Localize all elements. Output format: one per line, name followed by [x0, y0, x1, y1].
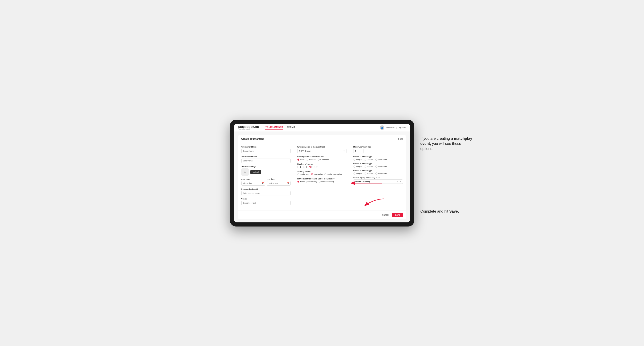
- arrow-save: [364, 197, 384, 207]
- scoring-field: Scoring system Stroke Play Match Play: [297, 171, 346, 175]
- gender-mens-label: Mens: [300, 159, 304, 161]
- host-field: Tournament Host: [241, 146, 290, 153]
- form-footer: Cancel Save: [238, 210, 406, 219]
- round3-foursomes[interactable]: Foursomes: [376, 173, 387, 174]
- form-col-2: Which division is the event for? NCAA Di…: [294, 143, 350, 210]
- gender-option-womens[interactable]: Womens: [306, 159, 316, 161]
- date-field: Start date 📅 End date: [241, 178, 290, 185]
- sponsor-field: Sponsor (optional): [241, 188, 290, 195]
- api-clear-icon[interactable]: ✕: [397, 180, 398, 183]
- username: Test User: [386, 127, 395, 129]
- round1-fourball[interactable]: Fourball: [364, 159, 374, 161]
- tab-tournaments[interactable]: TOURNAMENTS: [265, 126, 283, 130]
- round1-singles[interactable]: Singles: [353, 159, 362, 161]
- round2-fourball[interactable]: Fourball: [364, 166, 374, 168]
- cancel-button[interactable]: Cancel: [380, 213, 390, 217]
- main-content: Create Tournament ← Back Tournament Host: [234, 132, 410, 222]
- rounds-group: 1 2 3: [297, 166, 346, 168]
- annotation-right-text1: If you are creating a: [420, 137, 454, 141]
- scoring-medal[interactable]: Medal Match Play: [324, 173, 342, 175]
- radio-r3-fourball: [364, 173, 366, 174]
- round2-label: Round 2 - Match Type: [353, 163, 403, 165]
- upload-button[interactable]: Upload: [250, 170, 261, 174]
- tab-teams[interactable]: TEAMS: [287, 126, 295, 130]
- round-option-2[interactable]: 2: [303, 166, 307, 168]
- form-header: Create Tournament ← Back: [238, 135, 406, 143]
- annotation-bottom: Complete and hit Save.: [420, 209, 474, 214]
- division-select[interactable]: NCAA Division I: [297, 149, 346, 153]
- scoring-stroke-label: Stroke Play: [300, 173, 310, 175]
- gender-option-combined[interactable]: Combined: [318, 159, 329, 161]
- scoring-radio-group: Stroke Play Match Play Medal Match Play: [297, 173, 346, 175]
- round2-options: Singles Fourball Foursomes: [353, 166, 403, 168]
- name-input[interactable]: [241, 159, 290, 163]
- radio-r2-singles: [353, 166, 355, 168]
- chevron-down-icon[interactable]: ▾: [400, 181, 401, 183]
- end-date-label: End date: [267, 178, 290, 180]
- back-link[interactable]: ← Back: [396, 138, 403, 140]
- max-team-input[interactable]: [353, 149, 364, 153]
- arrow-matchplay: [350, 177, 383, 189]
- scoring-medal-label: Medal Match Play: [327, 173, 342, 175]
- round-option-1[interactable]: 1: [297, 166, 301, 168]
- save-button[interactable]: Save: [392, 213, 403, 217]
- gender-option-mens[interactable]: Mens: [297, 159, 304, 161]
- name-label: Tournament name: [241, 156, 290, 158]
- annotation-bottom-bold: Save.: [449, 209, 459, 213]
- calendar-icon: 📅: [262, 182, 264, 184]
- max-team-field: Maximum Team Size: [353, 146, 403, 153]
- radio-stroke: [297, 173, 299, 175]
- sponsor-input[interactable]: [241, 191, 290, 195]
- start-date-wrap: 📅: [241, 181, 265, 185]
- round3-label: Round 3 - Match Type: [353, 170, 403, 172]
- header-left: SCOREBOARD Powered by clippit TOURNAMENT…: [238, 126, 295, 130]
- calendar-icon-end: 📅: [287, 182, 289, 184]
- teams-option[interactable]: Teams (+Individuals): [297, 181, 317, 183]
- round1-foursomes[interactable]: Foursomes: [376, 159, 387, 161]
- round-option-4[interactable]: 4: [314, 166, 318, 168]
- round-option-3[interactable]: 3: [309, 166, 312, 168]
- round2-foursomes[interactable]: Foursomes: [376, 166, 387, 168]
- round2-singles[interactable]: Singles: [353, 166, 362, 168]
- host-input[interactable]: [241, 149, 290, 153]
- teams-field: Is this event for Teams and/or Individua…: [297, 178, 346, 183]
- radio-r1-singles: [353, 159, 355, 161]
- end-date-group: End date 📅: [267, 178, 290, 185]
- sponsor-label: Sponsor (optional): [241, 188, 290, 190]
- division-field: Which division is the event for? NCAA Di…: [297, 146, 346, 153]
- venue-input[interactable]: [241, 201, 290, 205]
- logo-upload-area: 🖼 Upload: [241, 169, 290, 176]
- annotation-right: If you are creating a matchplay event, y…: [420, 136, 474, 152]
- signout-link[interactable]: Sign out: [398, 127, 406, 129]
- round1-label: Round 1 - Match Type: [353, 156, 403, 158]
- avatar: 👤: [380, 125, 384, 130]
- host-label: Tournament Host: [241, 146, 290, 148]
- brand: SCOREBOARD Powered by clippit: [238, 126, 260, 130]
- radio-combined: [318, 159, 320, 161]
- scoring-match[interactable]: Match Play: [311, 173, 323, 175]
- teams-label: Is this event for Teams and/or Individua…: [297, 178, 346, 180]
- logo-placeholder: 🖼: [241, 169, 249, 176]
- radio-r2-foursomes: [376, 166, 378, 168]
- round1-options: Singles Fourball Foursomes: [353, 159, 403, 161]
- round2-section: Round 2 - Match Type Singles Fourball: [353, 163, 403, 168]
- rounds-field: Number of rounds 1 2: [297, 163, 346, 168]
- brand-sub: Powered by clippit: [238, 128, 260, 130]
- round3-fourball[interactable]: Fourball: [364, 173, 374, 174]
- scoring-match-label: Match Play: [314, 173, 323, 175]
- venue-field: Venue: [241, 198, 290, 205]
- round3-options: Singles Fourball Foursomes: [353, 173, 403, 174]
- app-header: SCOREBOARD Powered by clippit TOURNAMENT…: [234, 124, 410, 132]
- radio-teams: [297, 181, 299, 183]
- date-row: Start date 📅 End date: [241, 178, 290, 185]
- round3-singles[interactable]: Singles: [353, 173, 362, 174]
- start-date-group: Start date 📅: [241, 178, 265, 185]
- header-right: 👤 Test User | Sign out: [380, 125, 406, 130]
- radio-r2-fourball: [364, 166, 366, 168]
- start-date-label: Start date: [241, 178, 265, 180]
- max-team-label: Maximum Team Size: [353, 146, 403, 148]
- individuals-option[interactable]: Individuals Only: [318, 181, 334, 183]
- scoring-stroke[interactable]: Stroke Play: [297, 173, 310, 175]
- tablet-device: SCOREBOARD Powered by clippit TOURNAMENT…: [230, 120, 414, 226]
- individuals-label-text: Individuals Only: [321, 181, 334, 183]
